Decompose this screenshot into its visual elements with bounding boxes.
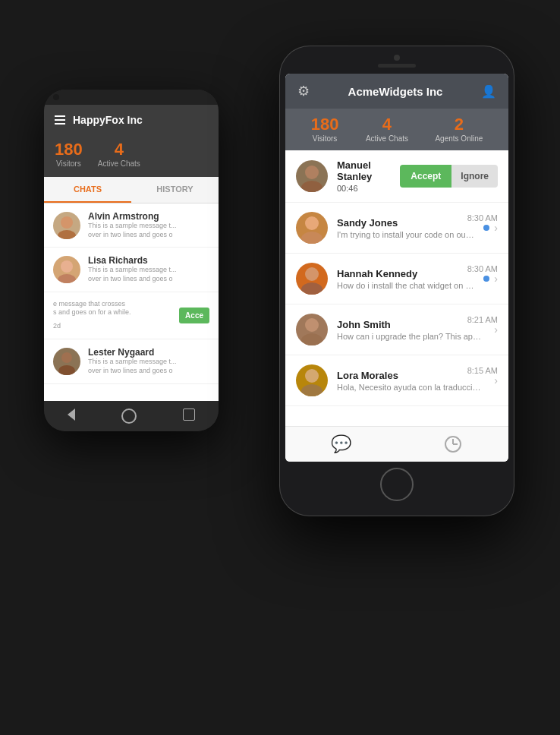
chevron-right-icon: › [494, 374, 498, 386]
screen-title: AcmeWidgets Inc [348, 85, 443, 98]
avatar [296, 263, 328, 295]
svg-point-4 [61, 352, 72, 363]
avatar [296, 314, 328, 345]
ignore-button[interactable]: Ignore [451, 165, 498, 188]
chats-nav-icon[interactable]: 💬 [332, 434, 351, 454]
svg-point-8 [305, 216, 319, 230]
front-camera [394, 55, 400, 61]
chevron-right-icon: › [494, 222, 498, 234]
avatar [53, 212, 80, 239]
back-phone-header: HappyFox Inc [44, 105, 219, 135]
list-item[interactable]: John Smith How can i upgrade the plan? T… [285, 304, 508, 355]
gear-icon[interactable]: ⚙ [297, 83, 310, 99]
chevron-right-icon: › [494, 273, 498, 285]
list-item[interactable]: Alvin Armstrong This is a sample message… [44, 203, 219, 248]
svg-point-6 [305, 166, 319, 179]
back-stat-active-chats: 4 Active Chats [98, 141, 140, 168]
list-item[interactable]: Lester Nygaard This is a sample message … [44, 339, 219, 383]
svg-point-5 [58, 365, 75, 375]
svg-point-10 [305, 267, 319, 281]
list-item[interactable]: Manuel Stanley 00:46 Accept Ignore [285, 150, 508, 203]
front-speaker [378, 64, 416, 68]
stat-active-chats: 4 Active Chats [366, 116, 408, 143]
svg-point-11 [301, 282, 322, 295]
stat-visitors: 180 Visitors [311, 116, 339, 143]
unread-dot [483, 225, 489, 231]
chat-body: Hannah Kennedy How do i install the chat… [337, 268, 474, 290]
chat-body: Sandy Jones I'm trying to install your c… [337, 217, 474, 239]
svg-point-13 [301, 333, 322, 345]
avatar [53, 348, 80, 375]
tab-chats[interactable]: CHATS [44, 177, 131, 203]
chat-info: Lester Nygaard This is a sample message … [88, 347, 209, 375]
square-icon [183, 409, 195, 421]
accept-ignore-group: Accept Ignore [400, 165, 498, 188]
back-arrow-icon [68, 409, 75, 421]
accept-button[interactable]: Accept [400, 165, 451, 188]
back-phone-tabs: CHATS HISTORY [44, 177, 219, 203]
list-item[interactable]: Hannah Kennedy How do i install the chat… [285, 254, 508, 304]
unread-dot [483, 276, 489, 282]
unread-indicator: › [483, 273, 498, 285]
contact-icon[interactable]: 👤 [481, 84, 496, 99]
accept-button[interactable]: Acce [179, 308, 209, 323]
avatar [53, 256, 80, 283]
home-button[interactable] [380, 468, 414, 501]
svg-point-14 [305, 369, 319, 383]
chevron-right-icon: › [494, 323, 498, 336]
chat-info: Alvin Armstrong This is a sample message… [88, 211, 209, 239]
chat-info: e message that crossess and goes on for … [53, 300, 171, 331]
home-icon [121, 409, 137, 424]
avatar [296, 160, 328, 192]
stat-agents-online: 2 Agents Online [435, 116, 483, 143]
chat-info: Lisa Richards This is a sample message t… [88, 255, 209, 283]
screen-chat-list: Manuel Stanley 00:46 Accept Ignore Sandy… [285, 150, 508, 426]
list-item[interactable]: Sandy Jones I'm trying to install your c… [285, 203, 508, 254]
avatar [296, 212, 328, 244]
svg-point-2 [61, 260, 73, 273]
back-phone-title: HappyFox Inc [73, 114, 143, 126]
unread-indicator: › [483, 222, 498, 234]
svg-point-0 [61, 216, 73, 229]
front-phone: ⚙ AcmeWidgets Inc 👤 180 Visitors 4 Activ… [279, 46, 514, 516]
back-stat-visitors: 180 Visitors [55, 141, 83, 168]
history-nav-icon[interactable] [443, 434, 463, 454]
list-item[interactable]: e message that crossess and goes on for … [44, 292, 219, 339]
svg-point-9 [301, 232, 322, 244]
svg-point-1 [58, 230, 76, 239]
screen-stats: 180 Visitors 4 Active Chats 2 Agents Onl… [285, 109, 508, 150]
chat-body: John Smith How can i upgrade the plan? T… [337, 319, 483, 341]
svg-point-12 [305, 318, 319, 332]
back-chat-list: Alvin Armstrong This is a sample message… [44, 203, 219, 401]
clock-icon [445, 436, 461, 453]
back-phone: HappyFox Inc 180 Visitors 4 Active Chats… [44, 90, 219, 431]
svg-point-7 [301, 181, 322, 192]
chat-body: Manuel Stanley 00:46 [337, 159, 391, 193]
avatar [296, 364, 328, 396]
chat-bubble-icon: 💬 [331, 434, 351, 454]
list-item[interactable]: Lisa Richards This is a sample message t… [44, 248, 219, 292]
back-phone-stats: 180 Visitors 4 Active Chats [44, 135, 219, 177]
svg-point-15 [301, 384, 322, 396]
phone-screen: ⚙ AcmeWidgets Inc 👤 180 Visitors 4 Activ… [285, 74, 508, 462]
list-item[interactable]: Lora Morales Hola, Necesito ayuda con la… [285, 355, 508, 406]
tab-history[interactable]: HISTORY [131, 177, 219, 203]
chat-body: Lora Morales Hola, Necesito ayuda con la… [337, 370, 483, 392]
svg-point-3 [58, 274, 76, 283]
screen-header: ⚙ AcmeWidgets Inc 👤 [285, 74, 508, 109]
back-phone-nav [44, 401, 219, 431]
hamburger-icon [55, 115, 65, 125]
bottom-nav: 💬 [285, 426, 508, 462]
